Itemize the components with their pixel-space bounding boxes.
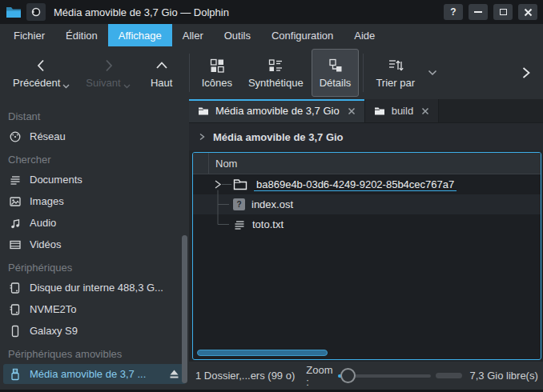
menu-affichage[interactable]: Affichage [108,24,172,46]
section-peripheriques: Périphériques [0,255,189,277]
menu-configuration[interactable]: Configuration [261,24,344,46]
forward-label: Suivant [86,77,120,89]
folder-icon [198,106,209,116]
titlebar[interactable]: Média amovible de 3,7 Gio — Dolphin ? [0,0,543,24]
dolphin-window: Média amovible de 3,7 Gio — Dolphin ? Fi… [0,0,543,392]
sidebar-item-galaxy-s9[interactable]: Galaxy S9 [3,321,186,341]
sort-dropdown-button[interactable] [423,49,442,97]
section-chercher: Chercher [0,147,189,169]
places-panel: Distant Réseau Chercher Documents Images… [0,99,189,390]
sidebar-item-images[interactable]: Images [3,191,186,211]
tabbar: Média amovible de 3,7 Gio build [189,99,543,123]
breadcrumb[interactable]: Média amovible de 3,7 Gio [189,123,543,150]
expander-column [193,153,209,174]
view-empty-space[interactable] [193,234,541,349]
statusbar: 1 Dossier,...ers (99 o) Zoom : 7,3 Gio l… [189,362,543,390]
sidebar-item-label: Disque dur interne 488,3 G... [30,282,180,294]
file-name[interactable]: ba869e4b-03d6-4249-9202-85b4cec767a7 [254,178,457,191]
sidebar-item-label: Galaxy S9 [30,325,180,337]
compact-label: Synthétique [248,77,304,89]
hard-drive-icon [9,303,22,316]
close-button[interactable] [518,4,537,20]
tree-lines [193,194,233,214]
sidebar-item-label: Audio [30,217,180,229]
sidebar-item-audio[interactable]: Audio [3,213,186,233]
toolbar-separator [189,54,190,92]
view-wrapper: Nom ba869e4b-03d6-4249-9202-85b4cec767a7… [189,150,543,362]
sidebar-item-media-amovible[interactable]: Média amovible de 3,7 ... [3,364,186,384]
sidebar-item-reseau[interactable]: Réseau [3,126,186,146]
breadcrumb-location[interactable]: Média amovible de 3,7 Gio [213,131,344,143]
maximize-button[interactable] [493,4,513,20]
toolbar-overflow-button[interactable] [514,49,538,97]
close-icon [348,107,356,115]
list-header: Nom [193,153,541,174]
sidebar-item-label: Vidéos [30,238,180,250]
eject-icon [168,369,180,379]
section-peripheriques-amovibles: Périphériques amovibles [0,342,189,363]
document-icon [9,174,22,186]
eject-button[interactable] [168,369,180,379]
tree-expander-icon[interactable] [193,174,233,194]
sidebar-item-label: Média amovible de 3,7 ... [30,368,160,380]
icons-view-button[interactable]: Icônes [194,49,240,97]
sidebar-scrollbar[interactable] [182,235,187,383]
image-icon [9,195,22,208]
sidebar-item-label: Documents [30,174,180,186]
text-file-icon [233,218,246,231]
chevron-up-icon [154,58,170,74]
tab-close-button[interactable] [348,107,356,115]
folder-icon [374,106,385,116]
tab-build[interactable]: build [365,99,439,122]
up-button[interactable]: Haut [139,49,185,97]
content-area: Média amovible de 3,7 Gio build Média am… [189,99,543,390]
free-space-bar [436,373,462,378]
file-row[interactable]: ba869e4b-03d6-4249-9202-85b4cec767a7 [193,174,541,194]
film-icon [9,238,22,251]
back-label: Précédent [13,77,60,89]
sort-icon [388,58,404,74]
file-name[interactable]: index.ost [251,198,293,210]
chevron-right-icon [100,58,116,74]
maximize-icon [500,9,507,15]
music-note-icon [9,217,22,230]
details-view-icon [328,58,344,74]
icons-view-icon [209,58,225,74]
details-view-button[interactable]: Détails [312,49,360,97]
menu-outils[interactable]: Outils [214,24,261,46]
menu-aller[interactable]: Aller [172,24,214,46]
file-row[interactable]: toto.txt [193,214,541,234]
compact-view-button[interactable]: Synthétique [240,49,312,97]
forward-button[interactable]: Suivant [78,49,138,97]
free-space-text: 7,3 Gio libre(s) [470,370,538,382]
tab-close-button[interactable] [421,107,429,115]
back-button[interactable]: Précédent [5,49,78,97]
file-name[interactable]: toto.txt [252,218,284,230]
zoom-slider-knob[interactable] [340,368,356,383]
main-area: Distant Réseau Chercher Documents Images… [0,99,543,390]
column-header-nom[interactable]: Nom [209,158,237,170]
sidebar-item-label: NVME2To [30,303,180,315]
horizontal-scrollbar[interactable] [193,349,541,359]
toolbar-separator [363,54,364,92]
sidebar-item-documents[interactable]: Documents [3,170,186,190]
section-distant: Distant [0,104,189,126]
menu-edition[interactable]: Édition [55,24,108,46]
zoom-label: Zoom : [306,364,332,388]
zoom-slider[interactable] [338,368,431,384]
details-label: Détails [320,77,352,89]
sort-by-button[interactable]: Trier par [368,49,423,97]
menu-fichier[interactable]: Fichier [3,24,55,46]
minimize-button[interactable] [469,4,488,20]
chevron-right-icon [198,133,206,141]
sidebar-item-nvme2to[interactable]: NVME2To [3,299,186,319]
menu-aide[interactable]: Aide [344,24,385,46]
file-row[interactable]: ? index.ost [193,194,541,214]
sidebar-item-disque-dur[interactable]: Disque dur interne 488,3 G... [3,278,186,298]
sidebar-item-videos[interactable]: Vidéos [3,234,186,254]
horizontal-scrollbar-thumb[interactable] [197,350,328,356]
window-menu-button[interactable] [26,3,46,21]
chevron-right-icon [521,66,532,80]
help-button[interactable]: ? [444,4,463,20]
tab-media-amovible[interactable]: Média amovible de 3,7 Gio [189,99,365,122]
